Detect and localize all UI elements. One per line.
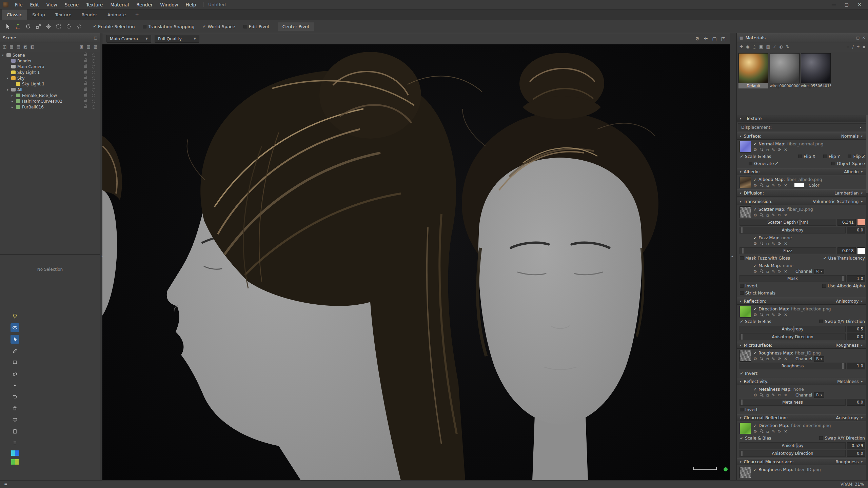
visibility-icon[interactable] (92, 65, 95, 68)
checkbox-unchecked[interactable] (740, 256, 744, 260)
map-clear-icon[interactable]: ✕ (784, 213, 787, 217)
clearcoat-reflection-mode-dropdown[interactable]: Anisotropy▾ (836, 415, 865, 420)
scrollbar-thumb[interactable] (866, 115, 868, 193)
lock-icon[interactable] (84, 94, 87, 97)
map-zoom-icon[interactable] (760, 357, 764, 361)
checkbox-checked[interactable]: ✓ (753, 307, 757, 311)
checkbox-checked[interactable]: ✓ (753, 207, 757, 212)
slider-handle[interactable] (742, 248, 744, 253)
map-reload-icon[interactable]: ⟳ (778, 148, 781, 152)
albedo-mode-dropdown[interactable]: Albedo▾ (844, 169, 865, 174)
map-settings-icon[interactable]: ⚙ (753, 213, 757, 217)
checkbox-checked[interactable]: ✓ (740, 371, 743, 376)
new-folder-icon[interactable]: ▣ (759, 44, 763, 49)
diffusion-mode-dropdown[interactable]: Lambertian▾ (834, 190, 865, 196)
scatter-color-swatch[interactable] (857, 219, 865, 226)
map-uv-icon[interactable]: ▫ (766, 269, 769, 273)
checkbox-checked[interactable]: ✓ (753, 387, 757, 392)
translate-tool-icon[interactable] (14, 22, 22, 31)
map-reload-icon[interactable]: ⟳ (778, 242, 781, 246)
minimize-icon[interactable]: — (829, 2, 839, 7)
expander-icon[interactable]: ▾ (7, 88, 11, 92)
map-settings-icon[interactable]: ⚙ (753, 393, 757, 397)
map-zoom-icon[interactable] (760, 148, 764, 151)
map-edit-icon[interactable]: ✎ (772, 242, 775, 246)
slider-handle[interactable] (799, 220, 801, 225)
tree-item-female-face-low[interactable]: ▸ Female_Face_low (0, 93, 100, 98)
map-uv-icon[interactable]: ▫ (766, 313, 769, 317)
checkbox-unchecked[interactable] (823, 155, 827, 158)
albedo-color-swatch[interactable] (794, 183, 804, 187)
albedo-map-thumbnail[interactable] (739, 177, 751, 188)
thumb-size-plus-icon[interactable]: + (856, 44, 860, 49)
visibility-icon[interactable] (92, 82, 95, 86)
map-settings-icon[interactable]: ⚙ (753, 269, 757, 273)
tab-classic[interactable]: Classic (2, 9, 27, 20)
scatter-depth-value[interactable]: 6.341 (837, 219, 856, 226)
menu-texture[interactable]: Texture (82, 2, 106, 7)
slider-handle[interactable] (741, 334, 743, 340)
undo-icon[interactable] (11, 392, 19, 401)
add-material-icon[interactable]: ✚ (739, 44, 743, 49)
microsurface-section-header[interactable]: ▾ Microsurface: Roughness▾ (737, 342, 868, 349)
apply-material-icon[interactable]: ✓ (773, 44, 776, 49)
map-reload-icon[interactable]: ⟳ (778, 357, 781, 361)
reflection-anisotropy-slider[interactable]: Anisotropy 0.5 (739, 326, 865, 332)
panel-undock-icon[interactable]: ▢ (94, 36, 97, 40)
checkbox-unchecked[interactable] (848, 155, 851, 158)
metalness-value[interactable]: 0.0 (847, 399, 865, 406)
clearcoat-reflection-section-header[interactable]: ▾ Clearcoat Reflection: Anisotropy▾ (737, 414, 868, 421)
eraser-tool-icon[interactable] (11, 369, 19, 378)
clearcoat-roughness-map-thumbnail[interactable] (739, 467, 751, 478)
screen-tool-icon[interactable] (11, 415, 19, 424)
map-settings-icon[interactable]: ⚙ (753, 357, 757, 361)
checkbox-checked[interactable]: ✓ (753, 351, 757, 355)
checkbox-unchecked[interactable] (740, 408, 744, 411)
tab-animate[interactable]: Animate (102, 9, 131, 20)
map-clear-icon[interactable]: ✕ (784, 242, 787, 246)
tree-item-scene[interactable]: ▾ Scene (0, 52, 100, 58)
expander-icon[interactable]: ▾ (7, 77, 11, 80)
viewport-canvas[interactable] (102, 44, 730, 480)
clearcoat-direction-slider[interactable]: Anisotropy Direction 0.0 (739, 450, 865, 457)
albedo-section-header[interactable]: ▾ Albedo: Albedo▾ (737, 168, 868, 175)
menu-edit[interactable]: Edit (26, 2, 43, 7)
lock-icon[interactable] (84, 54, 87, 56)
center-pivot-button[interactable]: Center Pivot (278, 22, 314, 31)
map-reload-icon[interactable]: ⟳ (778, 183, 781, 187)
rect-tool-icon[interactable] (11, 358, 19, 367)
viewport-layout-icon[interactable]: ✛ (704, 36, 708, 41)
checkbox-unchecked[interactable] (798, 155, 802, 158)
visibility-icon[interactable] (92, 94, 95, 97)
checkbox-checked[interactable]: ✓ (753, 467, 757, 472)
slider-handle[interactable] (741, 227, 743, 233)
map-reload-icon[interactable]: ⟳ (778, 269, 781, 273)
clearcoat-microsurface-mode-dropdown[interactable]: Roughness▾ (835, 459, 865, 464)
dot-tool-icon[interactable] (11, 381, 19, 390)
list-options-icon[interactable]: ▨ (94, 44, 97, 49)
map-uv-icon[interactable]: ▫ (766, 213, 769, 217)
camera-select[interactable]: Main Camera▼ (106, 35, 151, 43)
map-reload-icon[interactable]: ⟳ (778, 313, 781, 317)
edit-pivot-toggle[interactable]: Edit Pivot (243, 24, 270, 29)
checkbox-unchecked[interactable] (819, 320, 823, 323)
lock-icon[interactable] (84, 100, 87, 102)
map-zoom-icon[interactable] (760, 242, 764, 245)
map-uv-icon[interactable]: ▫ (766, 393, 769, 397)
scatter-depth-slider[interactable]: Scatter Depth (mm) 6.341 (739, 219, 865, 226)
roughness-value[interactable]: 1.0 (847, 363, 865, 369)
map-settings-icon[interactable]: ⚙ (753, 429, 757, 433)
map-clear-icon[interactable]: ✕ (784, 313, 787, 317)
map-uv-icon[interactable]: ▫ (766, 242, 769, 246)
panel-undock-icon[interactable]: ▢ (856, 36, 859, 40)
lock-icon[interactable] (84, 88, 87, 91)
map-clear-icon[interactable]: ✕ (784, 393, 787, 397)
expander-icon[interactable]: ▾ (2, 54, 6, 57)
reflectivity-section-header[interactable]: ▾ Reflectivity: Metalness▾ (737, 378, 868, 385)
reflection-direction-value[interactable]: 0.0 (847, 333, 865, 340)
material-sphere-preview[interactable] (738, 53, 768, 83)
checkbox-checked[interactable]: ✓ (823, 256, 826, 261)
microsurface-mode-dropdown[interactable]: Roughness▾ (835, 343, 865, 348)
normal-map-thumbnail[interactable] (739, 141, 751, 152)
visibility-icon[interactable] (92, 71, 95, 74)
